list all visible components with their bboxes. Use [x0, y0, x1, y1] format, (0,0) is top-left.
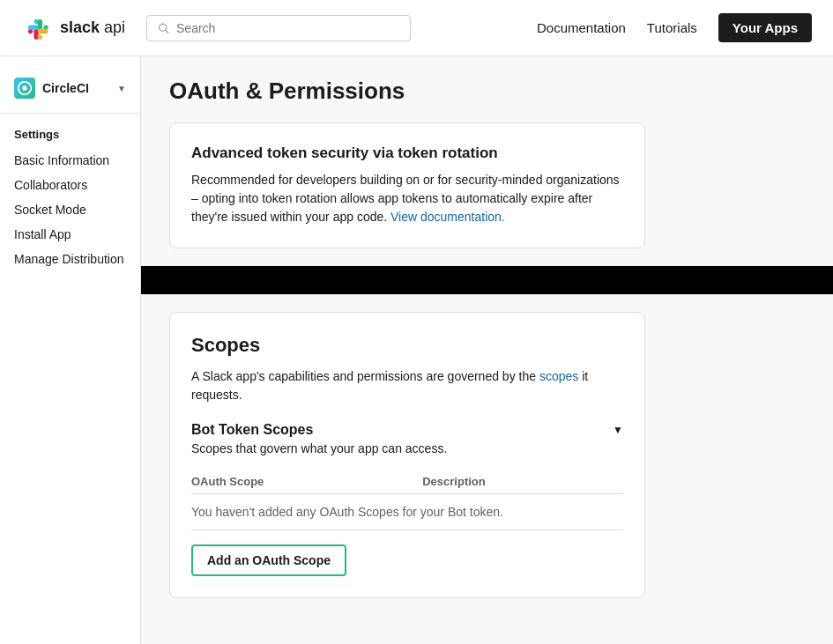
- description-column-header: Description: [422, 470, 623, 494]
- sidebar-item-basic-information[interactable]: Basic Information: [0, 148, 140, 173]
- svg-point-3: [22, 85, 26, 90]
- settings-section-title: Settings: [0, 124, 140, 148]
- app-icon: [14, 78, 35, 99]
- nav: Documentation Tutorials Your Apps: [537, 13, 812, 42]
- svg-line-1: [166, 30, 168, 33]
- sidebar: CircleCI ▼ Settings Basic Information Co…: [0, 56, 141, 644]
- scope-table: OAuth Scope Description You haven't adde…: [191, 470, 623, 530]
- token-rotation-card: Advanced token security via token rotati…: [169, 122, 645, 248]
- bot-token-description: Scopes that govern what your app can acc…: [191, 441, 623, 455]
- search-icon: [158, 22, 169, 34]
- chevron-down-icon: ▼: [117, 84, 126, 93]
- tutorials-link[interactable]: Tutorials: [647, 20, 697, 35]
- sidebar-item-collaborators[interactable]: Collaborators: [0, 173, 140, 197]
- app-selector[interactable]: CircleCI ▼: [0, 70, 140, 114]
- scopes-title: Scopes: [191, 334, 623, 357]
- documentation-link[interactable]: Documentation: [537, 20, 626, 35]
- search-bar[interactable]: [146, 15, 411, 41]
- sidebar-item-install-app[interactable]: Install App: [0, 222, 140, 247]
- scopes-card: Scopes A Slack app's capabilities and pe…: [169, 312, 645, 598]
- wavy-divider: [141, 266, 833, 294]
- slack-logo-icon: [21, 12, 53, 44]
- view-documentation-link[interactable]: View documentation.: [390, 210, 505, 224]
- scopes-description: A Slack app's capabilities and permissio…: [191, 367, 623, 404]
- sidebar-item-socket-mode[interactable]: Socket Mode: [0, 197, 140, 222]
- header: slack api Documentation Tutorials Your A…: [0, 0, 833, 56]
- search-input[interactable]: [176, 21, 399, 35]
- app-name-label: CircleCI: [42, 81, 89, 95]
- token-rotation-title: Advanced token security via token rotati…: [191, 144, 623, 162]
- empty-scopes-row: You haven't added any OAuth Scopes for y…: [191, 494, 623, 530]
- oauth-scope-column-header: OAuth Scope: [191, 470, 422, 494]
- your-apps-button[interactable]: Your Apps: [718, 13, 812, 42]
- logo-link[interactable]: slack api: [21, 12, 125, 44]
- logo-text: slack api: [60, 19, 125, 37]
- scopes-link[interactable]: scopes: [539, 369, 578, 383]
- page-title: OAuth & Permissions: [169, 78, 805, 105]
- wavy-border-icon: [141, 266, 833, 294]
- main-content: OAuth & Permissions Advanced token secur…: [141, 56, 833, 644]
- chevron-down-icon: ▼: [613, 424, 623, 436]
- token-rotation-description: Recommended for developers building on o…: [191, 171, 623, 226]
- bot-token-header: Bot Token Scopes ▼: [191, 422, 623, 438]
- sidebar-item-manage-distribution[interactable]: Manage Distribution: [0, 247, 140, 271]
- layout: CircleCI ▼ Settings Basic Information Co…: [0, 56, 833, 644]
- bot-token-title: Bot Token Scopes: [191, 422, 313, 438]
- empty-scopes-message: You haven't added any OAuth Scopes for y…: [191, 494, 623, 530]
- add-oauth-scope-button[interactable]: Add an OAuth Scope: [191, 544, 346, 576]
- circleci-icon: [17, 80, 33, 96]
